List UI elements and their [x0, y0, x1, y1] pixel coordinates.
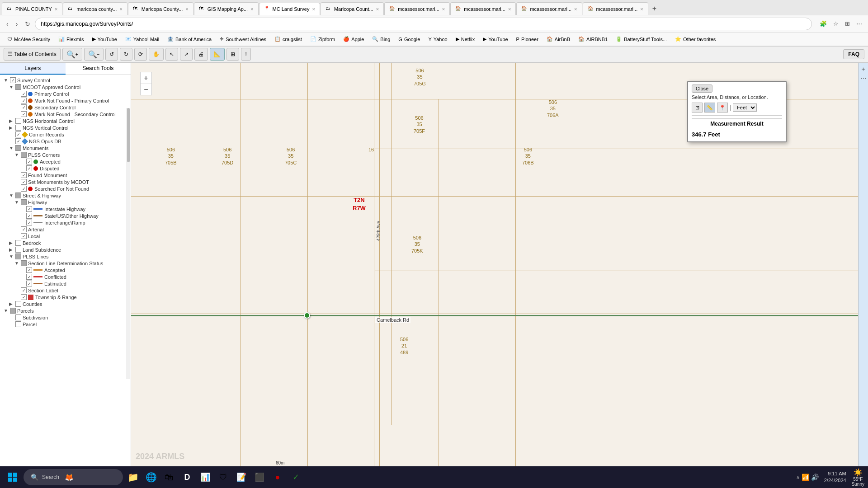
tray-network-icon[interactable]: 📶: [802, 474, 809, 481]
fav-google[interactable]: GGoogle: [395, 36, 424, 43]
checkbox-section-label[interactable]: [21, 287, 27, 293]
layer-found-monument[interactable]: Found Monument: [0, 172, 131, 178]
zoom-out-button[interactable]: −: [140, 84, 152, 95]
checkbox-ngs-v[interactable]: [15, 125, 21, 131]
star-button[interactable]: ☆: [831, 19, 841, 28]
tab-mcassessor1[interactable]: 🏠 mcassessor.mari... ×: [384, 2, 450, 15]
layer-mark-not-found-secondary[interactable]: Mark Not Found - Secondary Control: [0, 111, 131, 117]
fav-airbnb[interactable]: 🏠AirBnB: [543, 35, 574, 43]
layer-mark-not-found-primary[interactable]: Mark Not Found - Primary Control: [0, 97, 131, 104]
grid-tool[interactable]: ⊞: [226, 48, 239, 61]
select-tool[interactable]: ↖: [165, 48, 178, 61]
layer-local[interactable]: Local: [0, 233, 131, 239]
fav-boa[interactable]: 🏦Bank of America: [164, 35, 215, 43]
checkbox-land-subsidence[interactable]: [15, 247, 21, 253]
tab-pinal-county[interactable]: 🗂 PINAL COUNTY ×: [2, 2, 62, 15]
checkbox-interchange[interactable]: [26, 220, 32, 225]
taskbar-search[interactable]: 🔍 Search 🦊: [24, 469, 123, 485]
layer-searched-not-found[interactable]: Searched For Not Found: [0, 185, 131, 192]
map-area[interactable]: 50635705G 50635705F 50635705B 50635705D …: [131, 63, 868, 488]
checkbox-local[interactable]: [21, 233, 27, 239]
collection-button[interactable]: ⊞: [843, 19, 852, 28]
tab-search-tools[interactable]: Search Tools: [66, 63, 131, 75]
weather-widget[interactable]: ☀️ 55°F Sunny: [852, 468, 864, 487]
tab-mc-land-survey[interactable]: 📍 MC Land Survey ×: [259, 3, 320, 15]
layer-ngs-horizontal[interactable]: ▶ NGS Horizontal Control: [0, 117, 131, 124]
scrollbar-track[interactable]: [126, 108, 130, 379]
zoom-in-tool[interactable]: 🔍+: [62, 48, 82, 61]
layer-interchange[interactable]: Interchange\Ramp: [0, 219, 131, 226]
tab-maricopa3[interactable]: 🗂 Maricopa Count... ×: [321, 2, 384, 15]
layer-section-line-det[interactable]: ▼ Section Line Determination Status: [0, 260, 131, 267]
layer-accepted[interactable]: Accepted: [0, 158, 131, 165]
layer-township-range[interactable]: Township & Range: [0, 294, 131, 300]
zoom-out-tool[interactable]: 🔍−: [84, 48, 104, 61]
layer-corner-records[interactable]: Corner Records: [0, 131, 131, 138]
layer-ngs-vertical[interactable]: ▶ NGS Vertical Control: [0, 124, 131, 131]
tab-close[interactable]: ×: [119, 6, 122, 12]
layer-primary-control[interactable]: Primary Control: [0, 90, 131, 97]
taskbar-time[interactable]: 9:11 AM 2/24/2024: [824, 470, 846, 484]
checkbox-accepted[interactable]: [26, 159, 32, 164]
taskbar-excel[interactable]: 📊: [197, 469, 213, 485]
checkbox-subdivision[interactable]: [15, 314, 21, 320]
checkbox-interstate[interactable]: [26, 206, 32, 212]
layer-counties[interactable]: ▶ Counties: [0, 300, 131, 307]
checkbox-counties[interactable]: [15, 301, 21, 307]
taskbar-dell[interactable]: D: [179, 469, 195, 485]
checkbox-plss-corners[interactable]: [21, 152, 27, 158]
measure-tool[interactable]: 📐: [210, 48, 225, 61]
taskbar-word[interactable]: 📝: [233, 469, 250, 485]
location-tool-button[interactable]: 📍: [717, 103, 728, 113]
layer-monuments[interactable]: ▼ Monuments: [0, 145, 131, 151]
distance-tool-button[interactable]: 📏: [704, 103, 715, 113]
layer-set-monuments[interactable]: Set Monuments by MCDOT: [0, 178, 131, 185]
fav-mcafee[interactable]: 🛡McAfee Security: [4, 36, 54, 43]
taskbar-edge[interactable]: 🌐: [143, 469, 159, 485]
checkbox-disputed[interactable]: [26, 165, 32, 171]
layer-secondary-control[interactable]: Secondary Control: [0, 104, 131, 111]
tray-icon-arrow[interactable]: ∧: [796, 474, 800, 480]
right-panel-btn1[interactable]: +: [860, 67, 867, 71]
checkbox-parcels[interactable]: [10, 308, 16, 314]
tab-maricopa2[interactable]: 🗺 Maricopa County... ×: [128, 2, 193, 15]
address-bar[interactable]: [35, 18, 812, 30]
layer-section-label[interactable]: Section Label: [0, 287, 131, 294]
fav-yahoo-mail[interactable]: 📧Yahoo! Mail: [122, 35, 163, 43]
fav-airbnb1[interactable]: 🏠AIRBNB1: [575, 35, 611, 43]
checkbox-estimated[interactable]: [26, 281, 32, 286]
layer-arterial[interactable]: Arterial: [0, 226, 131, 233]
tab-layers[interactable]: Layers: [0, 63, 66, 75]
checkbox-arterial[interactable]: [21, 226, 27, 232]
reload-button[interactable]: ↻: [22, 19, 33, 29]
checkbox-monuments[interactable]: [15, 145, 21, 151]
layer-survey-control[interactable]: ▼ Survey Control: [0, 77, 131, 84]
zoom-in-button[interactable]: +: [140, 72, 152, 84]
alert-tool[interactable]: !: [241, 48, 250, 61]
new-tab-button[interactable]: +: [649, 4, 660, 14]
checkbox-plss-lines[interactable]: [15, 253, 21, 259]
taskbar-green-app[interactable]: ✓: [288, 469, 304, 485]
tab-gis-mapping[interactable]: 🗺 GIS Mapping Ap... ×: [194, 2, 259, 15]
checkbox-opus[interactable]: [15, 138, 21, 144]
layer-street-highway[interactable]: ▼ Street & Highway: [0, 192, 131, 199]
checkbox-parcel[interactable]: [15, 321, 21, 327]
fav-zipform[interactable]: 📄Zipform: [307, 35, 339, 43]
layer-parcels[interactable]: ▼ Parcels: [0, 307, 131, 314]
layer-mcdot-approved[interactable]: ▼ MCDOT Approved Control: [0, 84, 131, 90]
popup-close-button[interactable]: Close: [692, 84, 712, 93]
checkbox-mnf-primary[interactable]: [21, 98, 27, 103]
fav-youtube2[interactable]: ▶YouTube: [479, 35, 511, 43]
fav-southwest[interactable]: ✈Southwest Airlines: [216, 35, 270, 43]
checkbox-survey-control[interactable]: [10, 77, 16, 83]
reload-tool[interactable]: ⟳: [134, 48, 147, 61]
tab-close[interactable]: ×: [185, 6, 188, 12]
checkbox-conflicted[interactable]: [26, 274, 32, 280]
back-button[interactable]: ‹: [4, 19, 11, 29]
print-tool[interactable]: 🖨: [194, 48, 208, 61]
fav-craigslist[interactable]: 📋craigslist: [271, 35, 306, 43]
taskbar-malwarebytes[interactable]: 🛡: [215, 469, 231, 485]
unit-select[interactable]: Feet: [733, 103, 757, 112]
layer-disputed[interactable]: Disputed: [0, 165, 131, 172]
tab-close[interactable]: ×: [574, 6, 577, 12]
